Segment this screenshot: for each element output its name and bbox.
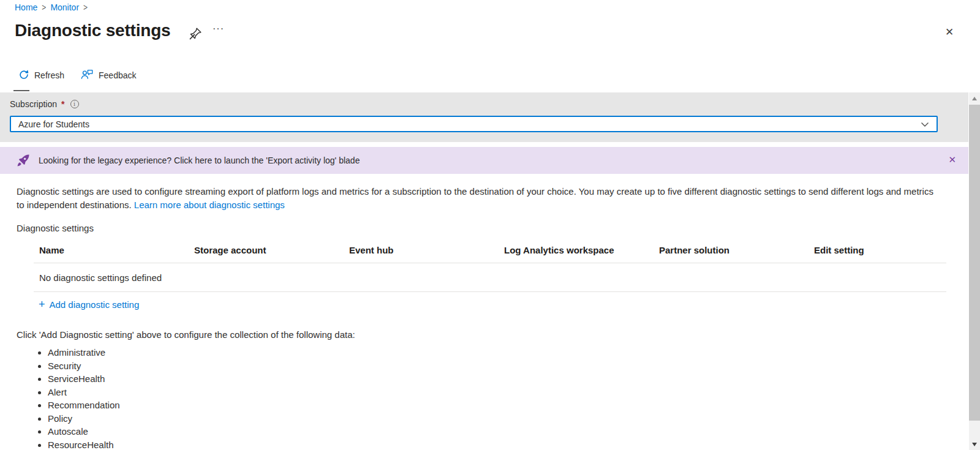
column-header-partner-solution: Partner solution	[654, 241, 809, 263]
breadcrumb-separator-icon: >	[83, 2, 88, 13]
data-categories-list: Administrative Security ServiceHealth Al…	[36, 346, 120, 450]
subscription-label: Subscription	[10, 99, 57, 109]
list-item: Autoscale	[48, 425, 120, 438]
page-title: Diagnostic settings	[15, 21, 170, 40]
vertical-scrollbar[interactable]	[969, 92, 980, 450]
subscription-select[interactable]: Azure for Students	[10, 116, 938, 132]
column-header-storage-account: Storage account	[189, 241, 344, 263]
chevron-down-icon	[921, 119, 929, 129]
breadcrumb-separator-icon: >	[42, 2, 46, 13]
column-header-log-analytics-workspace: Log Analytics workspace	[499, 241, 654, 263]
refresh-icon	[18, 69, 29, 82]
learn-more-link[interactable]: Learn more about diagnostic settings	[134, 200, 285, 210]
breadcrumb-link-home[interactable]: Home	[15, 2, 37, 12]
required-marker: *	[61, 99, 64, 109]
toolbar-underline	[13, 90, 29, 91]
toolbar: Refresh Feedback	[18, 69, 137, 82]
feedback-label: Feedback	[99, 70, 136, 80]
column-header-event-hub: Event hub	[344, 241, 499, 263]
instruction-text: Click 'Add Diagnostic setting' above to …	[17, 329, 355, 340]
close-blade-icon[interactable]: ✕	[945, 26, 954, 39]
feedback-icon	[80, 69, 94, 82]
list-item: ServiceHealth	[48, 372, 120, 386]
table-section-label: Diagnostic settings	[17, 223, 94, 233]
diagnostic-settings-table: Name Storage account Event hub Log Analy…	[34, 241, 946, 292]
description-text: Diagnostic settings are used to configur…	[17, 185, 935, 212]
list-item: Administrative	[48, 346, 120, 359]
list-item: Policy	[48, 412, 120, 426]
refresh-label: Refresh	[34, 70, 64, 80]
more-options-icon[interactable]: ···	[213, 23, 224, 34]
diagnostic-settings-blade: Home > Monitor > Diagnostic settings ···…	[0, 0, 980, 450]
breadcrumb-link-monitor[interactable]: Monitor	[50, 2, 79, 12]
info-icon[interactable]: i	[70, 100, 79, 108]
list-item: Recommendation	[48, 399, 120, 412]
column-header-name: Name	[34, 241, 189, 263]
add-diagnostic-setting-label: Add diagnostic setting	[50, 299, 140, 310]
subscription-section: Subscription * i Azure for Students	[0, 92, 968, 142]
scrollbar-up-arrow-icon[interactable]	[972, 97, 977, 100]
subscription-selected-value: Azure for Students	[18, 119, 89, 129]
table-header-row: Name Storage account Event hub Log Analy…	[34, 241, 946, 263]
scrollbar-thumb[interactable]	[969, 105, 980, 421]
table-empty-message: No diagnostic settings defined	[34, 263, 946, 292]
list-item: Alert	[48, 386, 120, 399]
plus-icon: +	[39, 300, 45, 309]
refresh-button[interactable]: Refresh	[18, 69, 64, 82]
add-diagnostic-setting-button[interactable]: + Add diagnostic setting	[39, 299, 139, 310]
scrollbar-down-arrow-icon[interactable]	[972, 443, 977, 446]
legacy-banner: Looking for the legacy experience? Click…	[0, 147, 968, 174]
pin-icon[interactable]	[188, 26, 203, 41]
breadcrumb: Home > Monitor >	[15, 2, 88, 12]
rocket-icon	[16, 153, 31, 168]
feedback-button[interactable]: Feedback	[80, 69, 136, 82]
subscription-label-row: Subscription * i	[10, 99, 79, 109]
list-item: Security	[48, 359, 120, 373]
legacy-banner-message[interactable]: Looking for the legacy experience? Click…	[39, 156, 360, 165]
banner-close-icon[interactable]: ✕	[948, 154, 956, 165]
column-header-edit-setting: Edit setting	[809, 241, 946, 263]
list-item: ResourceHealth	[48, 438, 120, 450]
